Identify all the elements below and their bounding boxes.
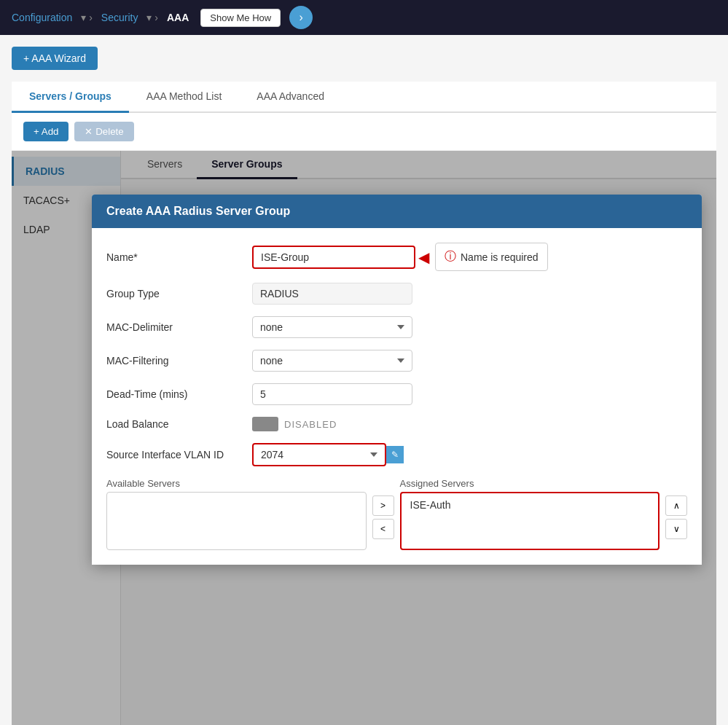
transfer-forward-button[interactable]: > <box>372 495 394 516</box>
dead-time-label: Dead-Time (mins) <box>106 388 252 400</box>
name-label: Name* <box>106 251 252 263</box>
group-type-label: Group Type <box>106 288 252 299</box>
main-tab-bar: Servers / Groups AAA Method List AAA Adv… <box>12 82 716 113</box>
nav-aaa: AAA <box>167 12 189 23</box>
dead-time-row: Dead-Time (mins) <box>106 383 687 405</box>
nav-security[interactable]: Security <box>101 12 138 23</box>
mac-delimiter-label: MAC-Delimiter <box>106 321 252 333</box>
tab-aaa-advanced[interactable]: AAA Advanced <box>239 82 342 113</box>
assigned-servers-container: Assigned Servers ISE-Auth <box>400 478 660 550</box>
source-interface-wrapper: 2074 2075 2076 <box>252 443 386 466</box>
load-balance-toggle[interactable]: DISABLED <box>252 417 337 431</box>
assigned-servers-list: ISE-Auth <box>400 492 660 550</box>
transfer-backward-button[interactable]: < <box>372 519 394 539</box>
nav-configuration[interactable]: Configuration <box>12 12 72 23</box>
mac-delimiter-select[interactable]: none colon hyphen dot <box>252 316 412 338</box>
name-input-wrapper <box>252 246 415 269</box>
add-button[interactable]: + Add <box>23 122 69 141</box>
delete-button[interactable]: ✕ Delete <box>74 122 133 141</box>
aaa-wizard-button[interactable]: + AAA Wizard <box>12 47 98 70</box>
source-interface-row: Source Interface VLAN ID 2074 2075 2076 … <box>106 443 687 466</box>
dead-time-input[interactable] <box>252 383 412 405</box>
error-message: Name is required <box>461 251 539 263</box>
available-servers-list <box>106 492 367 550</box>
mac-delimiter-row: MAC-Delimiter none colon hyphen dot <box>106 316 687 338</box>
right-panel: Servers Server Groups Create AAA Radius … <box>121 151 716 725</box>
nav-sep-1: ▾ › <box>81 12 93 23</box>
tab-servers-groups[interactable]: Servers / Groups <box>12 82 129 113</box>
servers-section: Available Servers > < Assigned Servers <box>106 478 687 550</box>
mac-filtering-row: MAC-Filtering none mac no-filter <box>106 350 687 372</box>
transfer-controls: > < <box>372 478 394 539</box>
move-up-button[interactable]: ∧ <box>665 495 687 516</box>
modal-title: Create AAA Radius Server Group <box>106 205 290 217</box>
show-me-how-button[interactable]: Show Me How <box>200 9 281 27</box>
main-area: RADIUS TACACS+ LDAP Servers Server Group… <box>12 151 716 725</box>
mac-filtering-select[interactable]: none mac no-filter <box>252 350 412 372</box>
source-interface-select[interactable]: 2074 2075 2076 <box>254 444 385 465</box>
load-balance-row: Load Balance DISABLED <box>106 417 687 431</box>
source-interface-edit-icon[interactable]: ✎ <box>386 446 404 463</box>
toggle-state-label: DISABLED <box>284 419 337 430</box>
available-servers-label: Available Servers <box>106 478 367 489</box>
create-server-group-modal: Create AAA Radius Server Group Name* ◀ <box>92 195 702 565</box>
action-bar: + Add ✕ Delete <box>12 113 716 151</box>
modal-header: Create AAA Radius Server Group <box>92 195 702 228</box>
name-field-row: Name* ◀ ⓘ Name is required <box>106 243 687 271</box>
assigned-server-item: ISE-Auth <box>404 496 656 514</box>
error-circle-icon: ⓘ <box>445 249 456 264</box>
order-controls: ∧ ∨ <box>665 478 687 539</box>
toggle-switch[interactable] <box>252 417 278 431</box>
error-arrow-icon: ◀ <box>418 248 429 266</box>
tab-aaa-method-list[interactable]: AAA Method List <box>129 82 240 113</box>
available-servers-container: Available Servers <box>106 478 367 550</box>
modal-overlay: Create AAA Radius Server Group Name* ◀ <box>12 151 716 725</box>
group-type-input <box>252 283 412 305</box>
source-interface-label: Source Interface VLAN ID <box>106 449 252 461</box>
name-input[interactable] <box>254 247 414 267</box>
error-tooltip: ⓘ Name is required <box>435 243 548 271</box>
group-type-row: Group Type <box>106 283 687 305</box>
load-balance-label: Load Balance <box>106 418 252 430</box>
modal-body: Name* ◀ ⓘ Name is required <box>92 228 702 565</box>
content-area: + AAA Wizard Servers / Groups AAA Method… <box>0 35 728 725</box>
show-me-how-circle-button[interactable]: › <box>289 6 313 29</box>
assigned-servers-label: Assigned Servers <box>400 478 660 489</box>
top-nav-bar: Configuration ▾ › Security ▾ › AAA Show … <box>0 0 728 35</box>
move-down-button[interactable]: ∨ <box>665 519 687 539</box>
nav-sep-2: ▾ › <box>146 12 158 23</box>
mac-filtering-label: MAC-Filtering <box>106 355 252 367</box>
